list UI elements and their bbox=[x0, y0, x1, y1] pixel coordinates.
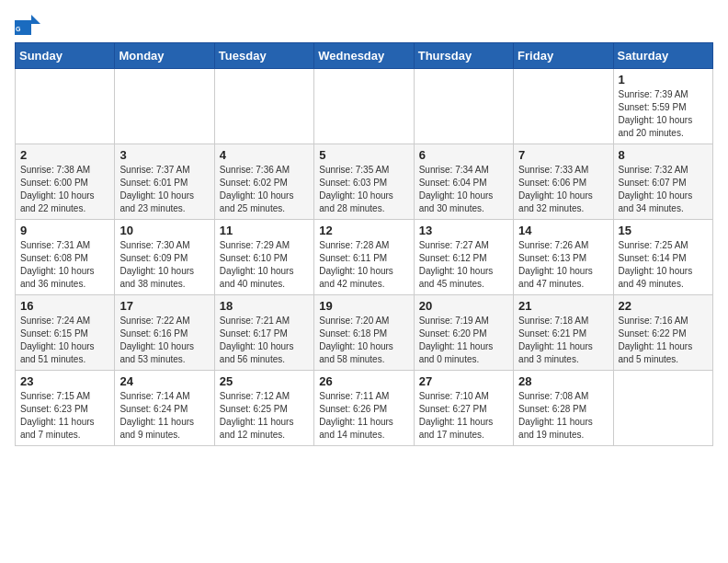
logo: G bbox=[15, 15, 44, 35]
day-number: 24 bbox=[119, 374, 209, 388]
calendar-cell: 28Sunrise: 7:08 AM Sunset: 6:28 PM Dayli… bbox=[514, 371, 613, 446]
svg-text:G: G bbox=[16, 26, 21, 32]
day-info: Sunrise: 7:20 AM Sunset: 6:18 PM Dayligh… bbox=[319, 315, 408, 366]
calendar-cell: 9Sunrise: 7:31 AM Sunset: 6:08 PM Daylig… bbox=[16, 220, 115, 295]
day-info: Sunrise: 7:32 AM Sunset: 6:07 PM Dayligh… bbox=[619, 164, 708, 215]
day-info: Sunrise: 7:25 AM Sunset: 6:14 PM Dayligh… bbox=[619, 239, 708, 291]
day-info: Sunrise: 7:19 AM Sunset: 6:20 PM Dayligh… bbox=[419, 315, 508, 366]
day-info: Sunrise: 7:37 AM Sunset: 6:01 PM Dayligh… bbox=[119, 164, 209, 215]
day-number: 20 bbox=[419, 299, 508, 313]
weekday-header-tuesday: Tuesday bbox=[214, 43, 313, 69]
day-number: 4 bbox=[220, 148, 309, 162]
day-info: Sunrise: 7:34 AM Sunset: 6:04 PM Dayligh… bbox=[419, 164, 508, 215]
calendar-cell bbox=[314, 69, 414, 144]
calendar-cell: 15Sunrise: 7:25 AM Sunset: 6:14 PM Dayli… bbox=[613, 220, 712, 295]
day-info: Sunrise: 7:29 AM Sunset: 6:10 PM Dayligh… bbox=[220, 239, 309, 291]
day-info: Sunrise: 7:24 AM Sunset: 6:15 PM Dayligh… bbox=[20, 315, 109, 366]
day-number: 2 bbox=[20, 148, 109, 162]
calendar-cell: 25Sunrise: 7:12 AM Sunset: 6:25 PM Dayli… bbox=[214, 371, 313, 446]
day-info: Sunrise: 7:12 AM Sunset: 6:25 PM Dayligh… bbox=[220, 390, 309, 442]
day-info: Sunrise: 7:10 AM Sunset: 6:27 PM Dayligh… bbox=[419, 390, 508, 442]
day-number: 3 bbox=[119, 148, 209, 162]
calendar-header-row: SundayMondayTuesdayWednesdayThursdayFrid… bbox=[16, 43, 713, 69]
weekday-header-wednesday: Wednesday bbox=[314, 43, 414, 69]
day-number: 9 bbox=[20, 224, 109, 237]
weekday-header-monday: Monday bbox=[115, 43, 214, 69]
day-info: Sunrise: 7:22 AM Sunset: 6:16 PM Dayligh… bbox=[119, 315, 209, 366]
day-info: Sunrise: 7:33 AM Sunset: 6:06 PM Dayligh… bbox=[518, 164, 608, 215]
calendar-cell: 4Sunrise: 7:36 AM Sunset: 6:02 PM Daylig… bbox=[214, 144, 313, 220]
day-info: Sunrise: 7:11 AM Sunset: 6:26 PM Dayligh… bbox=[319, 390, 408, 442]
calendar-cell bbox=[115, 69, 214, 144]
calendar-week-1: 1Sunrise: 7:39 AM Sunset: 5:59 PM Daylig… bbox=[16, 69, 713, 144]
calendar-week-3: 9Sunrise: 7:31 AM Sunset: 6:08 PM Daylig… bbox=[16, 220, 713, 295]
calendar-table: SundayMondayTuesdayWednesdayThursdayFrid… bbox=[15, 42, 713, 446]
calendar-cell bbox=[613, 371, 712, 446]
day-info: Sunrise: 7:27 AM Sunset: 6:12 PM Dayligh… bbox=[419, 239, 508, 291]
day-number: 1 bbox=[619, 73, 708, 86]
day-info: Sunrise: 7:38 AM Sunset: 6:00 PM Dayligh… bbox=[20, 164, 109, 215]
day-info: Sunrise: 7:35 AM Sunset: 6:03 PM Dayligh… bbox=[319, 164, 408, 215]
calendar-cell: 1Sunrise: 7:39 AM Sunset: 5:59 PM Daylig… bbox=[613, 69, 712, 144]
calendar-cell: 22Sunrise: 7:16 AM Sunset: 6:22 PM Dayli… bbox=[613, 295, 712, 371]
calendar-week-5: 23Sunrise: 7:15 AM Sunset: 6:23 PM Dayli… bbox=[16, 371, 713, 446]
calendar-cell: 7Sunrise: 7:33 AM Sunset: 6:06 PM Daylig… bbox=[514, 144, 613, 220]
calendar-cell: 27Sunrise: 7:10 AM Sunset: 6:27 PM Dayli… bbox=[414, 371, 513, 446]
weekday-header-saturday: Saturday bbox=[613, 43, 712, 69]
calendar-cell bbox=[214, 69, 313, 144]
calendar-cell: 19Sunrise: 7:20 AM Sunset: 6:18 PM Dayli… bbox=[314, 295, 414, 371]
day-info: Sunrise: 7:26 AM Sunset: 6:13 PM Dayligh… bbox=[518, 239, 608, 291]
day-info: Sunrise: 7:31 AM Sunset: 6:08 PM Dayligh… bbox=[20, 239, 109, 291]
calendar-cell bbox=[16, 69, 115, 144]
calendar-cell: 17Sunrise: 7:22 AM Sunset: 6:16 PM Dayli… bbox=[115, 295, 214, 371]
day-number: 16 bbox=[20, 299, 109, 313]
day-number: 28 bbox=[518, 374, 608, 388]
day-number: 26 bbox=[319, 374, 408, 388]
weekday-header-sunday: Sunday bbox=[16, 43, 115, 69]
page-header: G bbox=[15, 15, 713, 35]
day-info: Sunrise: 7:21 AM Sunset: 6:17 PM Dayligh… bbox=[220, 315, 309, 366]
calendar-cell: 11Sunrise: 7:29 AM Sunset: 6:10 PM Dayli… bbox=[214, 220, 313, 295]
calendar-cell: 12Sunrise: 7:28 AM Sunset: 6:11 PM Dayli… bbox=[314, 220, 414, 295]
calendar-cell: 23Sunrise: 7:15 AM Sunset: 6:23 PM Dayli… bbox=[16, 371, 115, 446]
calendar-cell: 13Sunrise: 7:27 AM Sunset: 6:12 PM Dayli… bbox=[414, 220, 513, 295]
day-number: 11 bbox=[220, 224, 309, 237]
day-number: 12 bbox=[319, 224, 408, 237]
day-number: 8 bbox=[619, 148, 708, 162]
day-info: Sunrise: 7:08 AM Sunset: 6:28 PM Dayligh… bbox=[518, 390, 608, 442]
day-number: 10 bbox=[119, 224, 209, 237]
day-number: 19 bbox=[319, 299, 408, 313]
day-number: 17 bbox=[119, 299, 209, 313]
day-number: 14 bbox=[518, 224, 608, 237]
weekday-header-friday: Friday bbox=[514, 43, 613, 69]
day-info: Sunrise: 7:30 AM Sunset: 6:09 PM Dayligh… bbox=[119, 239, 209, 291]
calendar-cell bbox=[414, 69, 513, 144]
calendar-cell: 5Sunrise: 7:35 AM Sunset: 6:03 PM Daylig… bbox=[314, 144, 414, 220]
calendar-week-2: 2Sunrise: 7:38 AM Sunset: 6:00 PM Daylig… bbox=[16, 144, 713, 220]
calendar-cell: 8Sunrise: 7:32 AM Sunset: 6:07 PM Daylig… bbox=[613, 144, 712, 220]
calendar-week-4: 16Sunrise: 7:24 AM Sunset: 6:15 PM Dayli… bbox=[16, 295, 713, 371]
calendar-cell: 20Sunrise: 7:19 AM Sunset: 6:20 PM Dayli… bbox=[414, 295, 513, 371]
calendar-cell: 14Sunrise: 7:26 AM Sunset: 6:13 PM Dayli… bbox=[514, 220, 613, 295]
calendar-cell: 21Sunrise: 7:18 AM Sunset: 6:21 PM Dayli… bbox=[514, 295, 613, 371]
day-info: Sunrise: 7:36 AM Sunset: 6:02 PM Dayligh… bbox=[220, 164, 309, 215]
day-number: 25 bbox=[220, 374, 309, 388]
day-number: 18 bbox=[220, 299, 309, 313]
day-info: Sunrise: 7:18 AM Sunset: 6:21 PM Dayligh… bbox=[518, 315, 608, 366]
day-number: 21 bbox=[518, 299, 608, 313]
svg-marker-1 bbox=[31, 15, 40, 24]
calendar-cell: 26Sunrise: 7:11 AM Sunset: 6:26 PM Dayli… bbox=[314, 371, 414, 446]
day-info: Sunrise: 7:15 AM Sunset: 6:23 PM Dayligh… bbox=[20, 390, 109, 442]
day-info: Sunrise: 7:39 AM Sunset: 5:59 PM Dayligh… bbox=[619, 88, 708, 140]
day-info: Sunrise: 7:16 AM Sunset: 6:22 PM Dayligh… bbox=[619, 315, 708, 366]
logo-icon: G bbox=[15, 15, 40, 35]
calendar-cell: 2Sunrise: 7:38 AM Sunset: 6:00 PM Daylig… bbox=[16, 144, 115, 220]
day-number: 13 bbox=[419, 224, 508, 237]
calendar-cell: 16Sunrise: 7:24 AM Sunset: 6:15 PM Dayli… bbox=[16, 295, 115, 371]
day-number: 27 bbox=[419, 374, 508, 388]
calendar-cell: 18Sunrise: 7:21 AM Sunset: 6:17 PM Dayli… bbox=[214, 295, 313, 371]
weekday-header-thursday: Thursday bbox=[414, 43, 513, 69]
day-number: 5 bbox=[319, 148, 408, 162]
day-info: Sunrise: 7:28 AM Sunset: 6:11 PM Dayligh… bbox=[319, 239, 408, 291]
day-number: 6 bbox=[419, 148, 508, 162]
